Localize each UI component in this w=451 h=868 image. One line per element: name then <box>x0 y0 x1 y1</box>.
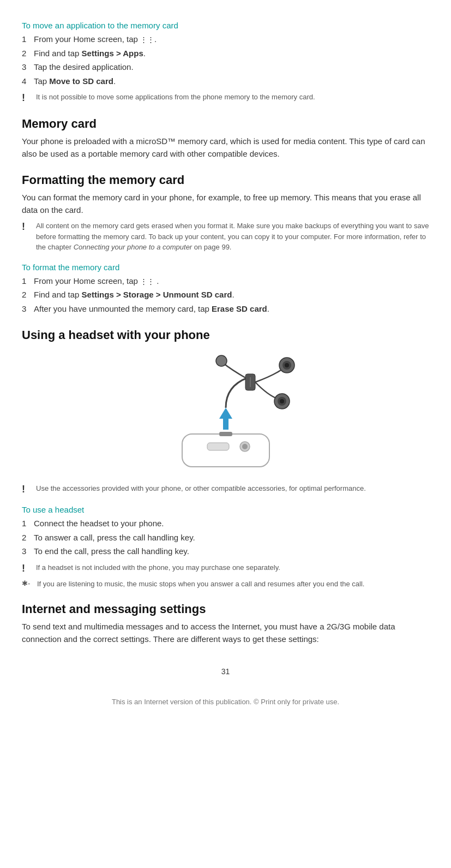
use-headset-heading: To use a headset <box>22 505 429 514</box>
tip-icon: ✱- <box>22 579 37 587</box>
step-num: 1 <box>22 275 34 288</box>
formatting-section: Formatting the memory card You can forma… <box>22 173 429 315</box>
move-app-step-4: 4 Tap Move to SD card. <box>22 75 429 88</box>
headset-note: ! Use the accessories provided with your… <box>22 483 429 495</box>
headset-heading: Using a headset with your phone <box>22 328 429 342</box>
note-text: All content on the memory card gets eras… <box>36 221 429 253</box>
headset-steps: 1 Connect the headset to your phone. 2 T… <box>22 518 429 558</box>
step-num: 3 <box>22 61 34 74</box>
step-text: To answer a call, press the call handlin… <box>34 532 195 544</box>
headset-step-1: 1 Connect the headset to your phone. <box>22 518 429 530</box>
headset-step-2: 2 To answer a call, press the call handl… <box>22 532 429 544</box>
step-num: 2 <box>22 289 34 301</box>
step-num: 1 <box>22 33 34 46</box>
exclamation-icon: ! <box>22 484 34 495</box>
note-text: If a headset is not included with the ph… <box>36 562 280 573</box>
move-app-steps: 1 From your Home screen, tap ⋮⋮. 2 Find … <box>22 33 429 87</box>
svg-point-14 <box>216 355 227 366</box>
note-text: Use the accessories provided with your p… <box>36 483 366 494</box>
tip-text: If you are listening to music, the music… <box>37 579 364 590</box>
format-steps: 1 From your Home screen, tap ⋮⋮ . 2 Find… <box>22 275 429 316</box>
format-teal-heading: To format the memory card <box>22 263 429 272</box>
internet-heading: Internet and messaging settings <box>22 602 429 616</box>
step-text: From your Home screen, tap ⋮⋮. <box>34 33 157 46</box>
note-text: It is not possible to move some applicat… <box>36 92 315 103</box>
exclamation-icon: ! <box>22 563 34 574</box>
step-text: Tap the desired application. <box>34 61 134 74</box>
svg-point-3 <box>242 444 248 449</box>
footer-note: This is an Internet version of this publ… <box>22 692 429 706</box>
formatting-note: ! All content on the memory card gets er… <box>22 221 429 253</box>
headset-section: Using a headset with your phone <box>22 328 429 589</box>
exclamation-icon: ! <box>22 221 34 233</box>
step-num: 2 <box>22 532 34 544</box>
format-step-1: 1 From your Home screen, tap ⋮⋮ . <box>22 275 429 288</box>
memory-card-body: Your phone is preloaded with a microSD™ … <box>22 135 429 160</box>
step-text: After you have unmounted the memory card… <box>34 303 269 316</box>
memory-card-heading: Memory card <box>22 117 429 131</box>
headset-illustration <box>22 353 429 473</box>
svg-rect-4 <box>219 432 232 436</box>
move-app-heading: To move an application to the memory car… <box>22 21 429 30</box>
move-app-step-1: 1 From your Home screen, tap ⋮⋮. <box>22 33 429 46</box>
formatting-heading: Formatting the memory card <box>22 173 429 187</box>
svg-rect-1 <box>207 443 229 450</box>
step-text: Find and tap Settings > Apps. <box>34 47 146 60</box>
internet-body: To send text and multimedia messages and… <box>22 621 429 645</box>
step-text: Tap Move to SD card. <box>34 75 116 88</box>
move-app-step-3: 3 Tap the desired application. <box>22 61 429 74</box>
headset-tip: ✱- If you are listening to music, the mu… <box>22 579 429 590</box>
svg-marker-5 <box>219 408 232 430</box>
step-num: 3 <box>22 545 34 558</box>
exclamation-icon: ! <box>22 92 34 104</box>
headset-step-3: 3 To end the call, press the call handli… <box>22 545 429 558</box>
move-app-note: ! It is not possible to move some applic… <box>22 92 429 104</box>
step-num: 2 <box>22 47 34 60</box>
step-num: 1 <box>22 518 34 530</box>
memory-card-section: Memory card Your phone is preloaded with… <box>22 117 429 160</box>
step-num: 3 <box>22 303 34 316</box>
svg-point-13 <box>280 399 284 403</box>
format-step-2: 2 Find and tap Settings > Storage > Unmo… <box>22 289 429 301</box>
step-text: From your Home screen, tap ⋮⋮ . <box>34 275 159 288</box>
format-step-3: 3 After you have unmounted the memory ca… <box>22 303 429 316</box>
step-text: Find and tap Settings > Storage > Unmoun… <box>34 289 234 301</box>
formatting-body: You can format the memory card in your p… <box>22 192 429 216</box>
headset-svg <box>139 353 313 473</box>
move-app-section: To move an application to the memory car… <box>22 21 429 104</box>
step-text: To end the call, press the call handling… <box>34 545 189 558</box>
internet-section: Internet and messaging settings To send … <box>22 602 429 645</box>
page-number: 31 <box>22 667 429 676</box>
step-num: 4 <box>22 75 34 88</box>
step-text: Connect the headset to your phone. <box>34 518 164 530</box>
page-footer: 31 This is an Internet version of this p… <box>22 667 429 706</box>
move-app-step-2: 2 Find and tap Settings > Apps. <box>22 47 429 60</box>
headset-note2: ! If a headset is not included with the … <box>22 562 429 574</box>
svg-point-10 <box>285 363 289 367</box>
